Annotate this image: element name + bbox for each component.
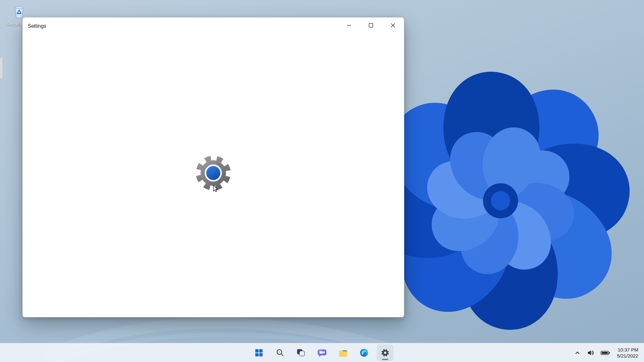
battery-button[interactable] (598, 346, 612, 360)
taskbar-center-group (251, 343, 393, 362)
tray-time: 10:37 PM (617, 347, 638, 353)
system-tray: 10:37 PM 5/21/2022 (572, 343, 641, 362)
titlebar[interactable]: Settings (23, 18, 404, 36)
task-view-button[interactable] (293, 344, 309, 361)
file-explorer-icon (338, 348, 348, 358)
edge-browser-icon (359, 348, 369, 358)
minimize-icon (347, 23, 351, 28)
chat-icon (317, 348, 327, 358)
task-view-icon (296, 348, 306, 358)
clock[interactable]: 10:37 PM 5/21/2022 (614, 346, 641, 360)
windows-start-icon (254, 348, 264, 358)
start-button[interactable] (251, 344, 267, 361)
close-icon (391, 23, 395, 28)
caption-buttons (338, 18, 404, 33)
chevron-up-icon (574, 349, 581, 356)
edge-browser-button[interactable] (356, 344, 372, 361)
maximize-icon (369, 23, 373, 28)
volume-icon (587, 349, 595, 357)
taskbar: 10:37 PM 5/21/2022 (0, 343, 644, 362)
hidden-icons-button[interactable] (572, 346, 583, 360)
battery-icon (601, 350, 610, 356)
file-explorer-button[interactable] (335, 344, 351, 361)
window-title: Settings (28, 23, 46, 29)
tray-date: 5/21/2022 (617, 353, 638, 359)
maximize-button[interactable] (360, 18, 382, 33)
settings-taskbar-button[interactable] (377, 344, 393, 361)
search-button[interactable] (272, 344, 288, 361)
search-icon (275, 348, 285, 358)
volume-button[interactable] (584, 346, 597, 360)
close-button[interactable] (382, 18, 404, 33)
mouse-cursor (212, 184, 220, 192)
background-window-edge (0, 58, 3, 79)
settings-window-body (23, 36, 404, 317)
settings-window: Settings (22, 17, 404, 317)
settings-gear-icon (380, 348, 390, 358)
chat-button[interactable] (314, 344, 330, 361)
minimize-button[interactable] (338, 18, 360, 33)
